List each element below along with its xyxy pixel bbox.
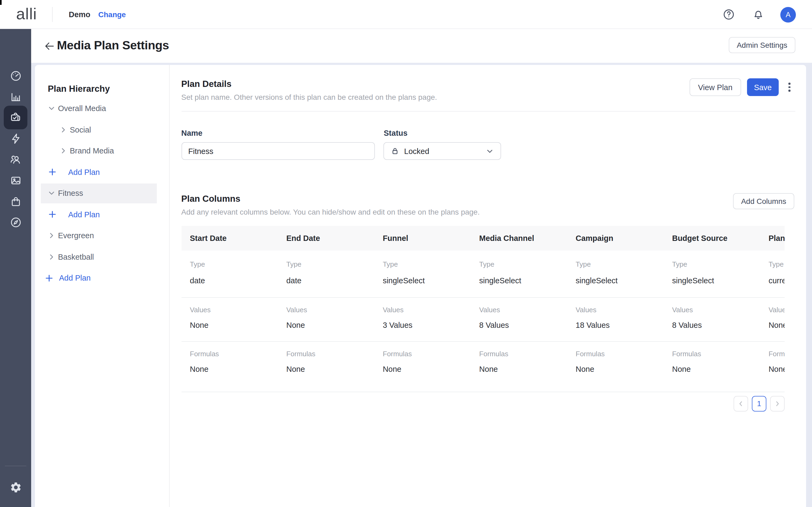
back-arrow-icon[interactable]: [44, 40, 55, 52]
name-label: Name: [181, 129, 202, 137]
column-header: Budget Source: [663, 226, 760, 250]
values-row-label: Values: [663, 298, 760, 319]
column-header: Campaign: [567, 226, 663, 250]
page-title-bar: Media Plan Settings Admin Settings: [31, 29, 812, 63]
status-select[interactable]: Locked: [383, 142, 501, 160]
values-value: 18 Values: [567, 319, 663, 342]
audiences-icon[interactable]: [4, 148, 28, 171]
app-root: alli Demo Change A: [0, 0, 812, 507]
plan-settings-main: Plan Details Set plan name. Other versio…: [169, 65, 806, 507]
add-plan-label: Add Plan: [68, 168, 100, 176]
add-plan-child-button[interactable]: Add Plan: [35, 205, 169, 224]
tree-item-label: Evergreen: [58, 231, 94, 240]
next-page-button[interactable]: [770, 396, 784, 411]
chevron-right-icon: [60, 147, 67, 155]
tree-item-label: Overall Media: [58, 104, 106, 113]
add-plan-child-button[interactable]: Add Plan: [35, 162, 169, 182]
more-options-kebab-icon[interactable]: [785, 81, 794, 94]
plan-hierarchy-panel: Plan Hierarchy Overall Media Social Bran…: [35, 65, 169, 507]
change-account-link[interactable]: Change: [98, 0, 126, 29]
values-value: 8 Values: [471, 319, 567, 342]
plus-icon: [48, 211, 56, 219]
type-value: date: [181, 274, 277, 298]
add-plan-label: Add Plan: [59, 274, 91, 282]
nav-rail: [0, 29, 31, 507]
admin-settings-button[interactable]: Admin Settings: [729, 37, 795, 53]
formulas-value: None: [277, 363, 374, 392]
view-plan-button[interactable]: View Plan: [689, 78, 741, 96]
formulas-value: None: [760, 363, 784, 392]
save-button[interactable]: Save: [747, 78, 779, 96]
details-actions: View Plan Save: [689, 78, 794, 96]
status-value: Locked: [404, 147, 485, 155]
dashboard-gauge-icon[interactable]: [4, 64, 28, 88]
lock-icon: [390, 147, 399, 156]
page-number-button[interactable]: 1: [752, 396, 766, 411]
media-plans-clipboard-icon[interactable]: [4, 106, 28, 129]
values-row-label: Values: [471, 298, 567, 319]
compass-icon[interactable]: [4, 210, 28, 234]
values-row-label: Values: [374, 298, 470, 319]
tree-item-evergreen[interactable]: Evergreen: [35, 226, 169, 245]
chevron-down-icon: [48, 105, 55, 112]
tree-item-label: Fitness: [58, 189, 83, 198]
formulas-value: None: [567, 363, 663, 392]
chevron-right-icon: [48, 253, 55, 261]
pagination: 1: [733, 396, 784, 411]
formulas-row-label: Formulas: [374, 342, 470, 363]
values-row-label: Values: [567, 298, 663, 319]
plan-details-title: Plan Details: [181, 79, 232, 89]
tree-item-fitness-selected[interactable]: Fitness: [41, 183, 157, 203]
plan-details-subtitle: Set plan name. Other versions of this pl…: [181, 93, 437, 101]
type-value: date: [277, 274, 374, 298]
type-value: singleSelect: [471, 274, 567, 298]
notifications-bell-icon[interactable]: [752, 8, 765, 21]
tree-item-overall-media[interactable]: Overall Media: [35, 99, 169, 118]
topbar-divider: [52, 7, 53, 22]
column-header: Start Date: [181, 226, 277, 250]
prev-page-button[interactable]: [733, 396, 748, 411]
plan-columns-title: Plan Columns: [181, 194, 240, 204]
user-avatar[interactable]: A: [780, 7, 796, 22]
top-bar: alli Demo Change A: [0, 0, 812, 29]
values-value: None: [277, 319, 374, 342]
type-row-label: Type: [277, 250, 374, 274]
chevron-right-icon: [60, 126, 67, 133]
type-row-label: Type: [181, 250, 277, 274]
add-plan-label: Add Plan: [68, 210, 100, 219]
plus-icon: [48, 168, 56, 176]
formulas-value: None: [181, 363, 277, 392]
screen-corner-artifact: [0, 0, 2, 5]
formulas-row-label: Formulas: [760, 342, 784, 363]
values-value: 3 Values: [374, 319, 470, 342]
type-value: singleSelect: [567, 274, 663, 298]
add-columns-button[interactable]: Add Columns: [733, 193, 794, 209]
column-header: End Date: [277, 226, 374, 250]
settings-gear-icon[interactable]: [4, 475, 28, 499]
type-row-label: Type: [663, 250, 760, 274]
values-row-label: Values: [760, 298, 784, 319]
tree-item-label: Social: [70, 125, 91, 134]
tree-item-brand-media[interactable]: Brand Media: [35, 141, 169, 161]
type-row-label: Type: [567, 250, 663, 274]
tree-item-social[interactable]: Social: [35, 120, 169, 139]
column-header: Planned: [760, 226, 784, 250]
column-header: Media Channel: [471, 226, 567, 250]
name-input[interactable]: [181, 142, 374, 160]
formulas-value: None: [663, 363, 760, 392]
add-plan-root-button[interactable]: Add Plan: [35, 268, 169, 288]
shopping-bag-icon[interactable]: [4, 189, 28, 213]
page-title: Media Plan Settings: [57, 39, 169, 53]
help-icon[interactable]: [722, 8, 735, 21]
bar-chart-icon[interactable]: [4, 85, 28, 108]
status-label: Status: [384, 129, 408, 137]
tree-item-label: Basketball: [58, 253, 94, 261]
lightning-icon[interactable]: [4, 127, 28, 150]
plus-icon: [45, 274, 53, 282]
chevron-down-icon: [48, 190, 55, 197]
image-icon[interactable]: [4, 168, 28, 192]
formulas-row-label: Formulas: [181, 342, 277, 363]
details-divider: [181, 111, 795, 112]
tree-item-basketball[interactable]: Basketball: [35, 247, 169, 267]
values-row-label: Values: [181, 298, 277, 319]
